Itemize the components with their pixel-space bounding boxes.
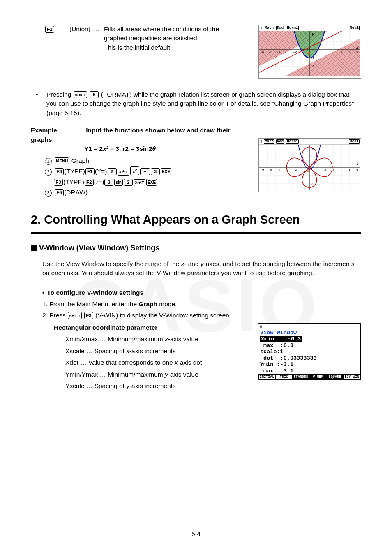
vw-row: scale:1 [258, 349, 360, 355]
example-step: 1MENU Graph [45, 156, 254, 165]
key-f1[interactable]: F1 [85, 168, 95, 175]
union-desc2: graphed inequalities are satisfied. [104, 35, 199, 42]
battery-icon: ▯ [260, 26, 262, 30]
mode-real2: Real [349, 139, 360, 144]
fk-standrd[interactable]: STANDRD [293, 375, 309, 379]
s1c: mode. [157, 301, 177, 308]
svg-text:-5: -5 [268, 50, 272, 54]
svg-text:3: 3 [332, 168, 334, 171]
fc: ² – 3, [106, 145, 123, 152]
s2a: 2. Press [42, 312, 67, 319]
polar-graph-screenshot: ▯ Math Rad Norm1 Real [258, 138, 361, 192]
vw-row: Xmin :-6.3 [258, 336, 360, 342]
shift-key-2[interactable]: SHIFT [68, 312, 81, 319]
fk-initial[interactable]: INITIAL [258, 375, 275, 379]
shift-key[interactable]: SHIFT [74, 91, 87, 98]
step-number: 1 [45, 158, 52, 165]
format-prefix: Pressing [46, 91, 71, 98]
union-desc1: Fills all areas where the conditions of … [104, 25, 219, 32]
param-row: Yscale … Spacing of y-axis increments [65, 382, 253, 391]
step-text: Graph [69, 157, 89, 164]
svg-text:-2: -2 [293, 50, 297, 54]
example-block: Example Input the functions shown below … [31, 126, 361, 198]
five-key[interactable]: 5 [90, 91, 99, 98]
vw-row: max :6.3 [258, 342, 360, 349]
example-step: 3F6(DRAW) [45, 188, 254, 197]
configure-section: To configure V-Window settings 1. From t… [31, 284, 361, 393]
key-exe[interactable]: EXE [146, 179, 157, 186]
svg-text:3: 3 [332, 50, 334, 54]
svg-text:-5: -5 [268, 168, 272, 171]
fk-bgvwin[interactable]: BGV-WIN [344, 375, 360, 379]
format-label: (FORMAT) [101, 91, 132, 98]
key-xt[interactable]: X,θ,T [134, 179, 145, 186]
ftheta: θ [152, 145, 156, 152]
f2-key[interactable]: F2 [45, 26, 54, 33]
key-f3[interactable]: F3 [55, 168, 64, 175]
s1a: 1. From the Main Menu, enter the [42, 301, 138, 308]
fk-vmem[interactable]: V-MEM [309, 375, 326, 379]
union-row: F2 (Union) .... Fills all areas where th… [31, 25, 250, 52]
svg-text:6: 6 [356, 50, 358, 54]
vd-d: y [201, 260, 204, 267]
key-f2[interactable]: F2 [85, 179, 94, 186]
f3-key-2[interactable]: F3 [84, 312, 93, 319]
key-f3[interactable]: F3 [54, 179, 63, 186]
vw-fkeys: INITIAL TRIG STANDRD V-MEM SQUARE BGV-WI… [258, 374, 360, 379]
key-3[interactable]: 3 [104, 179, 113, 186]
step-text: =) [98, 178, 104, 185]
svg-text:-3: -3 [285, 168, 289, 171]
param-row: Xdot … Value that corresponds to one x-a… [65, 358, 253, 367]
svg-text:-4: -4 [277, 50, 281, 54]
s2b: (V-WIN) to display the V-Window setting … [95, 312, 231, 319]
svg-text:5: 5 [349, 168, 351, 171]
union-desc3: This is the initial default. [104, 44, 172, 51]
svg-text:-1: -1 [310, 56, 314, 60]
vwin-heading-text: V-Window (View Window) Settings [39, 244, 159, 252]
key-exe[interactable]: EXE [161, 168, 171, 175]
example-step: F3(TYPE)F2(r=)3sin2X,θ,TEXE [45, 178, 254, 187]
key-3[interactable]: 3 [151, 168, 160, 175]
calc-topbar2: ▯ Math Rad Norm1 Real [259, 139, 360, 144]
vw-row: dot :0.03333333 [258, 355, 360, 362]
section-2-title: 2. Controlling What Appears on a Graph S… [31, 211, 361, 234]
param-row: Xmin/Xmax … Minimum/maximum x-axis value [65, 335, 253, 344]
union-dots: .... [92, 25, 99, 32]
key-x[interactable]: x2 [130, 166, 139, 175]
example-step: 2F3(TYPE)F1(Y=)2X,θ,Tx2−3EXE [45, 166, 254, 176]
svg-text:y: y [311, 32, 314, 37]
rect-heading: Rectangular coordinate parameter [54, 323, 253, 332]
key-2[interactable]: 2 [124, 179, 133, 186]
vwindow-screenshot: ▯ View Window Xmin :-6.3 max :6.3scale:1… [258, 323, 361, 380]
key-sin[interactable]: sin [114, 179, 122, 186]
example-label: Example [31, 126, 84, 135]
svg-text:y: y [311, 147, 314, 151]
key-menu[interactable]: MENU [55, 157, 69, 164]
svg-text:-6: -6 [260, 50, 264, 54]
inequality-graph-screenshot: ▯ Math Rad Norm1 Real [258, 25, 361, 79]
svg-text:-4: -4 [277, 168, 281, 171]
fk-trig[interactable]: TRIG [275, 375, 292, 379]
vwin-description: Use the View Window to specify the range… [42, 259, 361, 278]
step-text: (TYPE) [63, 178, 84, 185]
svg-text:-6: -6 [260, 168, 264, 171]
key-2[interactable]: 2 [108, 168, 117, 175]
svg-text:4: 4 [341, 50, 343, 54]
key-[interactable]: − [140, 168, 150, 175]
key-f6[interactable]: F6 [55, 189, 64, 196]
svg-text:-2: -2 [310, 182, 314, 186]
key-xt[interactable]: X,θ,T [118, 169, 129, 176]
mode-norm2: Norm1 [286, 139, 299, 144]
mode-math: Math [264, 26, 274, 30]
fk-square[interactable]: SQUARE [326, 375, 343, 379]
step-text: (DRAW) [64, 189, 88, 196]
union-block: F2 (Union) .... Fills all areas where th… [31, 25, 361, 82]
vd-a: Use the View Window to specify the range… [42, 260, 181, 267]
svg-text:-2: -2 [310, 65, 314, 68]
svg-text:O: O [307, 169, 309, 173]
mode-rad2: Rad [276, 139, 284, 144]
battery-icon: ▯ [260, 140, 262, 143]
fe: 2 = 3sin2 [125, 145, 152, 152]
fa: Y1 = 2 [84, 145, 103, 152]
step-text: (TYPE) [64, 168, 85, 175]
